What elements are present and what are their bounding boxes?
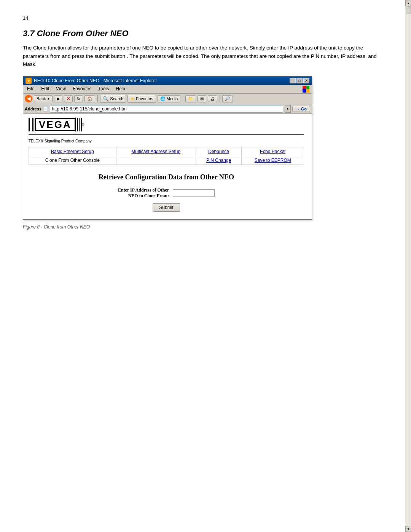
titlebar-controls: _ □ ✕: [290, 78, 309, 83]
main-content-area: Retrieve Configuration Data from Other N…: [29, 169, 304, 216]
star-icon: ★: [130, 96, 135, 102]
scrollbar-track: [405, 6, 411, 526]
echo-packet-link[interactable]: Echo Packet: [260, 149, 285, 154]
browser-scrollbar: ▲ ▼: [405, 0, 411, 532]
vega-text-block: VEGA: [35, 118, 75, 131]
search-button[interactable]: 🔍 Search: [100, 95, 126, 103]
page-number: 14: [23, 15, 388, 21]
section-title: 3.7 Clone From Other NEO: [23, 29, 388, 38]
nav-row-1: Basic Ethernet Setup Multicast Address S…: [29, 147, 304, 156]
telex-text: TELEX® Signaling Product Company: [29, 139, 304, 143]
pin-change-link[interactable]: PIN Change: [206, 158, 231, 163]
close-button[interactable]: ✕: [303, 78, 309, 83]
browser-title: NEO-10 Clone From Other NEO - Microsoft …: [34, 78, 157, 83]
browser-main-content: VEGA ® TELEX® Signaling Product C: [23, 114, 312, 219]
search-circle-icon: 🔍: [103, 96, 109, 102]
nav-row-2: Clone From Other Console PIN Change Save…: [29, 156, 304, 165]
go-button[interactable]: → Go: [292, 106, 310, 112]
titlebar-left: e NEO-10 Clone From Other NEO - Microsof…: [25, 78, 157, 84]
menu-favorites[interactable]: Favorites: [71, 86, 93, 93]
multicast-link[interactable]: Multicast Address Setup: [131, 149, 180, 154]
stop-button[interactable]: ✕: [64, 95, 73, 102]
zoom-button[interactable]: 🔎: [222, 95, 233, 102]
figure-caption: Figure 8 - Clone from Other NEO: [23, 224, 388, 230]
basic-ethernet-link[interactable]: Basic Ethernet Setup: [51, 149, 94, 154]
nav-save-eeprom[interactable]: Save to EEPROM: [242, 156, 304, 165]
description-text: The Clone function allows for the parame…: [23, 44, 388, 69]
nav-debounce[interactable]: Debounce: [196, 147, 242, 156]
address-label: Address: [25, 107, 41, 111]
back-label: Back: [37, 96, 46, 101]
mail-icon: ✉: [200, 96, 204, 101]
scroll-down-arrow[interactable]: ▼: [405, 526, 411, 532]
print-button[interactable]: 🖨: [208, 95, 217, 102]
go-label: Go: [301, 107, 307, 111]
toolbar-sep-3: [220, 95, 220, 102]
home-icon: 🏠: [87, 96, 92, 101]
barcode-right: [75, 118, 82, 131]
browser-titlebar: e NEO-10 Clone From Other NEO - Microsof…: [23, 77, 312, 85]
nav-pin-change[interactable]: PIN Change: [196, 156, 242, 165]
mail-button[interactable]: ✉: [198, 95, 206, 102]
address-input[interactable]: [50, 105, 283, 113]
go-arrow-icon: →: [296, 107, 300, 111]
form-label-line1: Enter IP Address of Other: [118, 187, 169, 193]
media-label: Media: [167, 96, 178, 101]
nav-basic-ethernet[interactable]: Basic Ethernet Setup: [29, 147, 116, 156]
refresh-icon: ↻: [77, 96, 80, 101]
vega-header: VEGA ®: [29, 118, 304, 135]
nav-clone-from[interactable]: Clone From Other Console: [29, 156, 116, 165]
menu-file[interactable]: File: [25, 86, 36, 93]
restore-button[interactable]: □: [296, 78, 303, 83]
menu-view[interactable]: View: [54, 86, 67, 93]
forward-icon: ▶: [57, 96, 60, 101]
page-icon: 📄: [43, 106, 48, 111]
back-dropdown-icon: ▼: [47, 97, 50, 101]
toolbar-sep-2: [183, 95, 183, 102]
refresh-button[interactable]: ↻: [74, 95, 83, 102]
ip-address-input[interactable]: [173, 189, 215, 197]
nav-multicast[interactable]: Multicast Address Setup: [116, 147, 196, 156]
content-area: VEGA ® TELEX® Signaling Product C: [23, 114, 312, 219]
minimize-button[interactable]: _: [290, 78, 296, 83]
address-dropdown[interactable]: ▼: [285, 105, 291, 113]
ie-icon: e: [25, 78, 32, 84]
menu-help[interactable]: Help: [114, 86, 127, 93]
submit-label: Submit: [159, 205, 173, 210]
vega-logo-barcode: VEGA ®: [29, 118, 84, 131]
form-label-line2: NEO to Clone From:: [128, 193, 169, 198]
print-icon: 🖨: [210, 96, 215, 101]
back-icon: ◀: [25, 95, 32, 102]
browser-menubar: File Edit View Favorites Tools Help: [23, 85, 312, 94]
scrollbar-thumb[interactable]: [406, 6, 411, 14]
debounce-link[interactable]: Debounce: [208, 149, 229, 154]
back-button[interactable]: Back ▼: [34, 95, 53, 102]
registered-mark: ®: [82, 123, 84, 126]
clone-from-label: Clone From Other Console: [45, 158, 100, 163]
browser-toolbar: ◀ Back ▼ ▶ ✕ ↻ 🏠 🔍 Search ★ Favorites 🌐 …: [23, 94, 312, 104]
menu-tools[interactable]: Tools: [97, 86, 110, 93]
media-button[interactable]: 🌐 Media: [158, 95, 181, 102]
retrieve-title: Retrieve Configuration Data from Other N…: [36, 173, 296, 181]
submit-button[interactable]: Submit: [153, 203, 180, 212]
media-icon: 🌐: [160, 96, 166, 101]
nav-empty: [116, 156, 196, 165]
nav-table: Basic Ethernet Setup Multicast Address S…: [29, 147, 304, 165]
save-eeprom-link[interactable]: Save to EEPROM: [255, 158, 291, 163]
address-bar-row: Address 📄 ▼ → Go: [23, 104, 312, 114]
menu-edit[interactable]: Edit: [40, 86, 51, 93]
home-button[interactable]: 🏠: [84, 95, 95, 102]
form-label: Enter IP Address of Other NEO to Clone F…: [118, 187, 169, 199]
stop-icon: ✕: [67, 96, 70, 101]
zoom-icon: 🔎: [225, 96, 230, 101]
nav-echo-packet[interactable]: Echo Packet: [242, 147, 304, 156]
toolbar-sep-1: [97, 95, 98, 102]
forward-button[interactable]: ▶: [54, 95, 62, 102]
scroll-up-arrow[interactable]: ▲: [405, 0, 411, 6]
form-row: Enter IP Address of Other NEO to Clone F…: [118, 187, 215, 199]
favorites-button[interactable]: ★ Favorites: [127, 95, 156, 103]
history-button[interactable]: 📁: [185, 95, 196, 102]
search-label: Search: [110, 96, 123, 101]
history-icon: 📁: [188, 96, 193, 101]
vega-text: VEGA: [39, 120, 72, 129]
